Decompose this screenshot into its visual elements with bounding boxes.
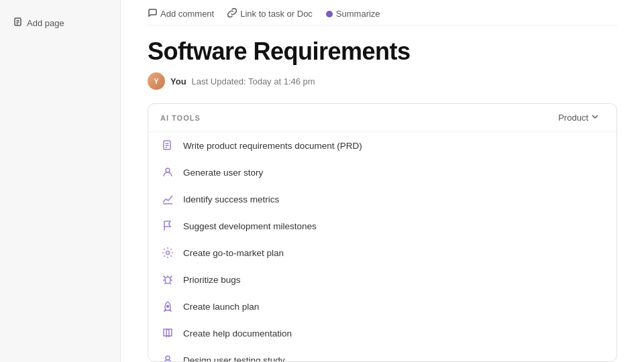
- category-label: Product: [558, 113, 588, 123]
- tool-label-7: Create launch plan: [183, 302, 259, 312]
- tool-label-3: Identify success metrics: [183, 194, 279, 204]
- link-to-task-button[interactable]: Link to task or Doc: [227, 8, 313, 19]
- summarize-button[interactable]: Summarize: [326, 9, 380, 19]
- last-updated: Last Updated: Today at 1:46 pm: [192, 76, 315, 86]
- rocket-icon: [160, 299, 175, 314]
- svg-point-11: [165, 277, 170, 284]
- author-name: You: [170, 76, 186, 86]
- add-comment-button[interactable]: Add comment: [148, 8, 214, 19]
- tool-item-7[interactable]: Create launch plan: [148, 293, 616, 320]
- summarize-icon: [326, 11, 333, 17]
- chart-icon: [160, 192, 175, 206]
- ai-tools-label: AI TOOLS: [160, 114, 201, 122]
- doc-icon: [160, 138, 175, 153]
- flag-icon: [160, 219, 175, 233]
- add-page-icon: [13, 17, 23, 29]
- user-test-icon: [160, 353, 175, 361]
- tool-item-3[interactable]: Identify success metrics: [148, 186, 616, 213]
- page-title: Software Requirements: [148, 38, 617, 66]
- ai-tools-header: AI TOOLS Product: [148, 104, 616, 132]
- tool-item-6[interactable]: Prioritize bugs: [148, 266, 616, 293]
- book-icon: [160, 326, 175, 341]
- tool-label-5: Create go-to-market plan: [183, 248, 284, 258]
- gear-icon: [160, 245, 175, 260]
- tool-item-4[interactable]: Suggest development milestones: [148, 213, 616, 239]
- tool-label-4: Suggest development milestones: [183, 221, 317, 231]
- summarize-label: Summarize: [336, 9, 380, 19]
- tool-item-8[interactable]: Create help documentation: [148, 320, 616, 347]
- chevron-down-icon: [591, 113, 599, 123]
- ai-tools-list: Write product requirements document (PRD…: [148, 132, 616, 361]
- toolbar: Add comment Link to task or Doc Summariz…: [148, 0, 617, 25]
- add-page-label: Add page: [27, 18, 64, 28]
- avatar: Y: [148, 72, 165, 90]
- sidebar: Add page: [0, 0, 121, 362]
- main-content: Add comment Link to task or Doc Summariz…: [121, 0, 644, 362]
- user-icon: [160, 165, 175, 180]
- svg-point-10: [166, 251, 170, 255]
- tool-item-2[interactable]: Generate user story: [148, 159, 616, 186]
- add-page-button[interactable]: Add page: [8, 13, 112, 33]
- tool-label-1: Write product requirements document (PRD…: [183, 141, 362, 151]
- svg-point-13: [166, 356, 170, 360]
- link-to-task-label: Link to task or Doc: [240, 9, 313, 19]
- svg-point-12: [167, 306, 169, 308]
- tool-item-5[interactable]: Create go-to-market plan: [148, 239, 616, 266]
- link-icon: [227, 8, 237, 19]
- author-row: Y You Last Updated: Today at 1:46 pm: [148, 72, 617, 90]
- tool-label-9: Design user testing study: [183, 355, 285, 362]
- tool-label-2: Generate user story: [183, 168, 263, 178]
- add-comment-label: Add comment: [160, 9, 214, 19]
- svg-point-8: [166, 168, 170, 172]
- tool-label-8: Create help documentation: [183, 328, 292, 339]
- tool-item-9[interactable]: Design user testing study: [148, 347, 616, 361]
- tool-item-1[interactable]: Write product requirements document (PRD…: [148, 132, 616, 159]
- ai-tools-panel: AI TOOLS Product Write product requireme…: [148, 103, 617, 362]
- category-dropdown[interactable]: Product: [553, 111, 604, 125]
- tool-label-6: Prioritize bugs: [183, 275, 241, 285]
- comment-icon: [148, 8, 157, 19]
- bug-icon: [160, 272, 175, 287]
